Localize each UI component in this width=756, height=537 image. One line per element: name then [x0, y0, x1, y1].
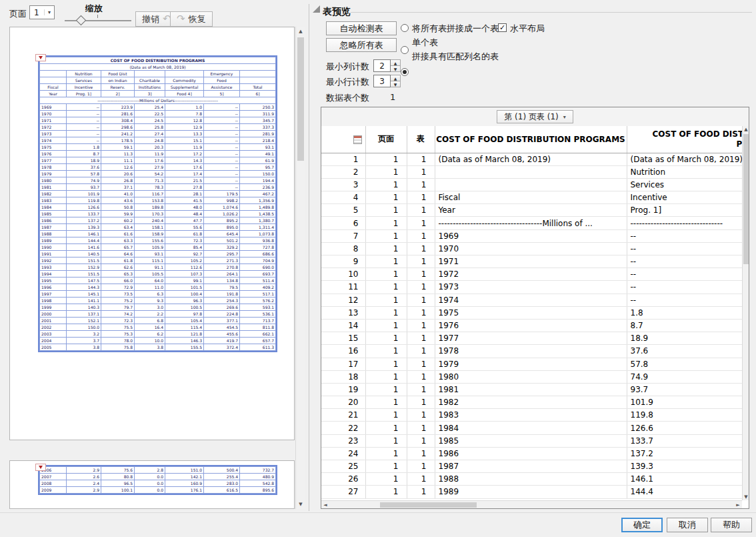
- grid-cell-page[interactable]: 1: [365, 281, 407, 294]
- grid-row-number[interactable]: 5: [321, 204, 365, 217]
- grid-row[interactable]: 24111986137.2: [321, 447, 742, 460]
- grid-cell[interactable]: [435, 165, 627, 178]
- grid-cell[interactable]: --: [627, 229, 742, 242]
- grid-cell-page[interactable]: 1: [365, 447, 407, 460]
- grid-cell[interactable]: ------------------------------------Mill…: [435, 217, 627, 229]
- radio-individual-tables[interactable]: [401, 46, 409, 54]
- grid-corner-cell[interactable]: [321, 126, 365, 153]
- scroll-right-icon[interactable]: ►: [734, 502, 742, 508]
- grid-cell-table[interactable]: 1: [407, 345, 435, 358]
- grid-row-number[interactable]: 14: [321, 319, 365, 332]
- grid-row[interactable]: 20111982101.9: [321, 396, 742, 409]
- radio-individual-tables-label[interactable]: 单个表: [412, 37, 438, 49]
- grid-cell-table[interactable]: 1: [407, 229, 435, 242]
- grid-cell[interactable]: --: [627, 281, 742, 294]
- grid-hscrollbar-thumb[interactable]: [380, 502, 477, 508]
- grid-cell-page[interactable]: 1: [365, 178, 407, 191]
- grid-cell[interactable]: 1980: [435, 370, 627, 383]
- grid-cell[interactable]: --: [627, 268, 742, 281]
- grid-cell[interactable]: 93.7: [627, 383, 742, 396]
- spinner-up-icon[interactable]: ▲: [391, 75, 401, 81]
- page-select[interactable]: 1 ▾: [29, 5, 55, 19]
- grid-row[interactable]: 411FiscalIncentive: [321, 191, 742, 204]
- grid-cell[interactable]: Fiscal: [435, 191, 627, 204]
- grid-row[interactable]: 27111989144.4: [321, 486, 742, 498]
- grid-cell[interactable]: 1.8: [627, 306, 742, 319]
- grid-cell-page[interactable]: 1: [365, 358, 407, 370]
- grid-cell-table[interactable]: 1: [407, 473, 435, 486]
- grid-row-number[interactable]: 13: [321, 306, 365, 319]
- grid-cell[interactable]: 139.3: [627, 460, 742, 473]
- grid-row[interactable]: 8111970--: [321, 242, 742, 255]
- grid-cell[interactable]: 1981: [435, 383, 627, 396]
- grid-cell-table[interactable]: 1: [407, 447, 435, 460]
- spinner-up-icon[interactable]: ▲: [391, 59, 401, 66]
- grid-row[interactable]: 211Nutrition: [321, 165, 742, 178]
- grid-cell[interactable]: 1969: [435, 229, 627, 242]
- horizontal-layout-checkbox-label[interactable]: 水平布局: [510, 23, 545, 35]
- grid-row-number[interactable]: 7: [321, 229, 365, 242]
- grid-cell[interactable]: 1983: [435, 409, 627, 422]
- grid-cell-page[interactable]: 1: [365, 422, 407, 434]
- grid-cell[interactable]: 1986: [435, 447, 627, 460]
- grid-cell-table[interactable]: 1: [407, 153, 435, 165]
- scroll-up-icon[interactable]: ▲: [296, 27, 305, 36]
- grid-cell-table[interactable]: 1: [407, 294, 435, 306]
- grid-cell-table[interactable]: 1: [407, 204, 435, 217]
- grid-cell[interactable]: 1976: [435, 319, 627, 332]
- grid-row[interactable]: 23111985133.7: [321, 434, 742, 447]
- grid-row-number[interactable]: 18: [321, 370, 365, 383]
- grid-cell[interactable]: (Data as of March 08, 2019): [435, 153, 627, 165]
- grid-row-number[interactable]: 6: [321, 217, 365, 229]
- scroll-down-icon[interactable]: ▼: [743, 494, 749, 500]
- grid-row-number[interactable]: 9: [321, 255, 365, 268]
- grid-cell-table[interactable]: 1: [407, 255, 435, 268]
- min-row-count-spinner[interactable]: ▲▼: [391, 75, 401, 87]
- radio-concat-matching-columns[interactable]: [401, 68, 409, 76]
- grid-row-number[interactable]: 24: [321, 447, 365, 460]
- radio-concat-all-tables[interactable]: [401, 24, 409, 32]
- grid-cell-page[interactable]: 1: [365, 473, 407, 486]
- grid-row[interactable]: 1611197837.6: [321, 345, 742, 358]
- spinner-down-icon[interactable]: ▼: [391, 66, 401, 72]
- grid-cell-page[interactable]: 1: [365, 486, 407, 498]
- grid-cell[interactable]: --: [627, 242, 742, 255]
- grid-cell-page[interactable]: 1: [365, 191, 407, 204]
- grid-cell-page[interactable]: 1: [365, 319, 407, 332]
- min-column-count-spinner[interactable]: ▲▼: [391, 59, 401, 72]
- grid-row-number[interactable]: 3: [321, 178, 365, 191]
- grid-row[interactable]: 1711197957.8: [321, 358, 742, 370]
- grid-cell-page[interactable]: 1: [365, 409, 407, 422]
- pdf-detected-table-2[interactable]: 20062.975.62.8151.0500.4732.720072.680.8…: [39, 466, 276, 494]
- grid-row[interactable]: 26111988146.1: [321, 473, 742, 486]
- grid-cell-page[interactable]: 1: [365, 255, 407, 268]
- grid-row[interactable]: 22111984126.6: [321, 422, 742, 434]
- grid-cell[interactable]: 1971: [435, 255, 627, 268]
- grid-cell[interactable]: Services: [627, 178, 742, 191]
- pdf-detected-table-1[interactable]: COST OF FOOD DISTRIBUTION PROGRAMS(Data …: [39, 57, 276, 351]
- grid-cell[interactable]: 146.1: [627, 473, 742, 486]
- grid-cell-table[interactable]: 1: [407, 409, 435, 422]
- grid-row[interactable]: 141119768.7: [321, 319, 742, 332]
- grid-cell-table[interactable]: 1: [407, 434, 435, 447]
- radio-concat-all-tables-label[interactable]: 将所有表拼接成一个表: [412, 23, 499, 35]
- grid-cell-page[interactable]: 1: [365, 383, 407, 396]
- grid-cell[interactable]: Incentive: [627, 191, 742, 204]
- grid-cell[interactable]: 1975: [435, 306, 627, 319]
- grid-col-header-col5[interactable]: COST OF FOOD DISTRIBUTION PROGRAMS: [627, 126, 742, 153]
- grid-cell[interactable]: 74.9: [627, 370, 742, 383]
- grid-row-number[interactable]: 16: [321, 345, 365, 358]
- grid-col-header-table[interactable]: 表: [407, 126, 435, 153]
- grid-cell[interactable]: Year: [435, 204, 627, 217]
- ignore-all-tables-button[interactable]: 忽略所有表: [326, 38, 397, 52]
- grid-cell[interactable]: 126.6: [627, 422, 742, 434]
- grid-row[interactable]: 611------------------------------------M…: [321, 217, 742, 229]
- grid-cell[interactable]: 101.9: [627, 396, 742, 409]
- grid-row-number[interactable]: 4: [321, 191, 365, 204]
- grid-cell[interactable]: 1970: [435, 242, 627, 255]
- grid-cell-table[interactable]: 1: [407, 370, 435, 383]
- disclosure-icon[interactable]: [313, 5, 320, 13]
- grid-hscrollbar[interactable]: ◄ ►: [321, 500, 742, 508]
- grid-cell-table[interactable]: 1: [407, 383, 435, 396]
- grid-cell-table[interactable]: 1: [407, 306, 435, 319]
